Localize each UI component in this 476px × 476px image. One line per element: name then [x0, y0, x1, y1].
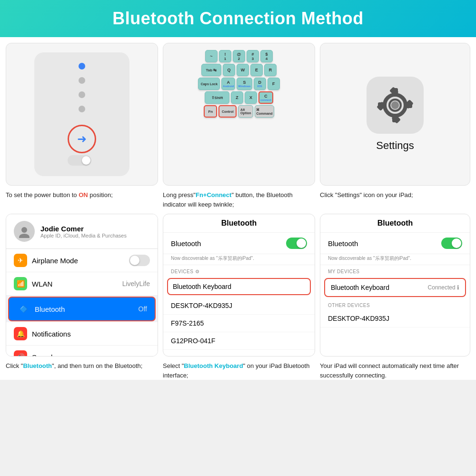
svg-point-12 — [391, 101, 399, 109]
ios-label-wlan: WLAN — [32, 280, 118, 288]
bt-toggle-label: Bluetooth — [171, 239, 286, 248]
power-device: ➜ — [34, 52, 129, 176]
caption-keyboard: Long press"Fn+Connect" button, the Bluet… — [163, 190, 315, 209]
bt-my-devices-header: MY DEVICES — [320, 265, 470, 276]
bt-device-g12-name: G12PRO-041F — [171, 337, 215, 345]
bt-connected-toggle-row: Bluetooth — [320, 233, 470, 254]
bt-other-devices-header: OTHER DEVICES — [320, 299, 470, 310]
key-q: Q — [223, 64, 235, 76]
ios-icon-airplane: ✈ — [14, 254, 27, 267]
bt-other-device[interactable]: DESKTOP-4KD935J — [320, 310, 470, 327]
bt-device-keyboard-name: Bluetooth Keyboard — [173, 283, 231, 290]
power-slider-knob — [82, 156, 90, 165]
caption-settings: Click "Settings" icon on your iPad; — [320, 190, 470, 209]
ios-profile: Jodie Comer Apple ID, iCloud, Media & Pu… — [6, 214, 158, 249]
key-tab: Tab ↹ — [201, 64, 221, 76]
key-2: @2 — [233, 50, 245, 62]
top-row: ➜ ~ !1 @2 #3 $4 — [6, 43, 470, 186]
key-fn: Fn — [204, 105, 217, 118]
captions-row-1: To set the power button to ON position; … — [6, 190, 470, 209]
power-dot-3 — [79, 106, 85, 112]
ios-label-bluetooth: Bluetooth — [35, 305, 134, 313]
ios-icon-wlan: 📶 — [14, 277, 27, 290]
bt-connected-toggle[interactable] — [441, 238, 462, 249]
ios-item-sounds[interactable]: 🔊 Sounds — [6, 346, 158, 357]
ios-item-wlan[interactable]: 📶 WLAN LivelyLife — [6, 272, 158, 296]
ios-item-notifications[interactable]: 🔔 Notifications — [6, 322, 158, 346]
key-shift: ⇧Shift — [205, 91, 229, 104]
key-cmd: ⌘Command — [255, 105, 274, 118]
caption-auto-connect: Your iPad will connect automatically nex… — [320, 361, 470, 380]
bt-connected-keyboard-name: Bluetooth Keyboard — [331, 284, 389, 291]
ios-icon-sounds: 🔊 — [14, 350, 27, 357]
ios-settings-panel: Jodie Comer Apple ID, iCloud, Media & Pu… — [6, 214, 158, 357]
bt-connected-knob — [452, 238, 461, 248]
header: Bluetooth Connection Method — [0, 0, 476, 37]
key-f: F — [268, 78, 280, 90]
caption-fn-connect: Fn+Connect — [196, 191, 231, 198]
bt-device-g12[interactable]: G12PRO-041F — [163, 332, 315, 350]
bt-other-device-name: DESKTOP-4KD935J — [328, 315, 389, 322]
bt-connected-keyboard-row[interactable]: Bluetooth Keyboard Connected ℹ — [324, 278, 466, 297]
power-dot-blue — [79, 63, 85, 69]
key-alt: AltOption — [238, 105, 253, 118]
ios-profile-name: Jodie Comer — [40, 225, 127, 233]
arrow-right-icon: ➜ — [77, 132, 87, 146]
caption-power-on: ON — [79, 191, 88, 198]
key-d: DIOS — [254, 78, 266, 90]
ios-icon-notifications: 🔔 — [14, 327, 27, 340]
ios-label-notifications: Notifications — [32, 330, 150, 338]
bluetooth-connected-panel: Bluetooth Bluetooth Now discoverable as … — [320, 214, 470, 357]
ios-label-airplane: Airplane Mode — [32, 257, 124, 265]
caption-bluetooth-click: Click "Bluetooth", and then turn on the … — [6, 361, 158, 380]
key-w: W — [237, 64, 249, 76]
key-e: E — [250, 64, 263, 76]
settings-panel: Settings — [320, 43, 470, 186]
ios-value-bluetooth: Off — [139, 305, 147, 313]
bt-toggle-row: Bluetooth — [163, 233, 315, 254]
ios-item-bluetooth[interactable]: 🔷 Bluetooth Off — [8, 297, 156, 321]
key-tilde: ~ — [205, 50, 218, 62]
ios-item-airplane[interactable]: ✈ Airplane Mode — [6, 249, 158, 272]
settings-icon-wrap — [367, 77, 424, 134]
ios-profile-sub: Apple ID, iCloud, Media & Purchases — [40, 233, 127, 238]
power-slider — [68, 155, 91, 166]
bt-connected-toggle-label: Bluetooth — [328, 239, 441, 248]
power-dot-2 — [79, 91, 85, 98]
bt-device-f97[interactable]: F97S-2165 — [163, 315, 315, 332]
key-a: AAndroid — [221, 78, 235, 90]
settings-icon — [367, 77, 424, 134]
key-z: Z — [231, 91, 243, 104]
bt-panel-header: Bluetooth — [163, 214, 315, 233]
bt-toggle-on[interactable] — [286, 238, 307, 249]
bt-connected-status: Connected ℹ — [428, 284, 459, 291]
settings-label: Settings — [376, 139, 414, 152]
bottom-row: Jodie Comer Apple ID, iCloud, Media & Pu… — [6, 214, 470, 357]
main-content: ➜ ~ !1 @2 #3 $4 — [0, 37, 476, 380]
bt-devices-header: DEVICES ⚙ — [163, 265, 315, 276]
ios-toggle-airplane[interactable] — [129, 255, 150, 266]
bt-device-mitv-name: MITV-1A34D — [171, 355, 209, 357]
keyboard-panel: ~ !1 @2 #3 $4 Tab ↹ Q W E R Caps Lock — [163, 43, 315, 186]
key-r: R — [264, 64, 277, 76]
keyboard-image: ~ !1 @2 #3 $4 Tab ↹ Q W E R Caps Lock — [170, 50, 308, 178]
key-x: X — [245, 91, 257, 104]
bt-device-desktop[interactable]: DESKTOP-4KD935J — [163, 297, 315, 315]
bt-connected-header: Bluetooth — [320, 214, 470, 233]
bt-device-mitv[interactable]: MITV-1A34D — [163, 350, 315, 357]
ios-avatar — [14, 221, 35, 242]
bt-connected-discoverable: Now discoverable as "乐享贸易的iPad". — [320, 254, 470, 265]
key-1: !1 — [219, 50, 231, 62]
bluetooth-devices-panel: Bluetooth Bluetooth Now discoverable as … — [163, 214, 315, 357]
caption-settings-hl: Settings — [337, 191, 359, 198]
key-3: #3 — [247, 50, 259, 62]
key-c-connect: Cconnect — [258, 91, 273, 104]
svg-point-13 — [21, 227, 27, 233]
key-s: SWindows — [237, 78, 252, 90]
ios-value-wlan: LivelyLife — [122, 280, 150, 288]
power-panel: ➜ — [6, 43, 158, 186]
power-dot-1 — [79, 77, 85, 84]
bottom-captions: Click "Bluetooth", and then turn on the … — [6, 361, 470, 380]
bt-device-keyboard[interactable]: Bluetooth Keyboard — [167, 278, 311, 295]
ios-icon-bluetooth: 🔷 — [17, 302, 30, 316]
